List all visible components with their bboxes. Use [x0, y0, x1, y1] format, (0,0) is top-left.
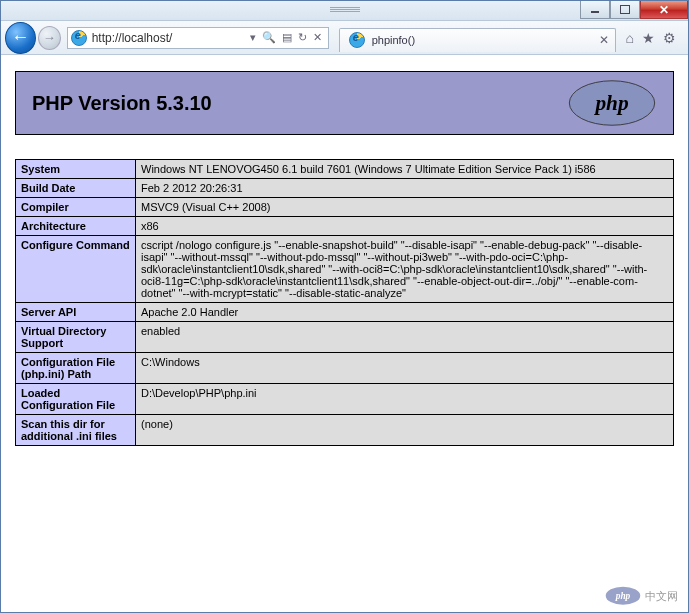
browser-toolbar: ▾ 🔍 ▤ ↻ ✕ phpinfo() ✕ ⌂ ★ ⚙: [1, 21, 688, 55]
table-row: Server APIApache 2.0 Handler: [16, 303, 674, 322]
row-value: D:\Develop\PHP\php.ini: [136, 384, 674, 415]
table-row: Scan this dir for additional .ini files(…: [16, 415, 674, 446]
table-row: Build DateFeb 2 2012 20:26:31: [16, 179, 674, 198]
row-value: cscript /nologo configure.js "--enable-s…: [136, 236, 674, 303]
watermark: php 中文网: [605, 586, 678, 606]
page-content[interactable]: PHP Version 5.3.10 php SystemWindows NT …: [1, 55, 688, 612]
table-row: Configuration File (php.ini) PathC:\Wind…: [16, 353, 674, 384]
row-value: Feb 2 2012 20:26:31: [136, 179, 674, 198]
browser-tab[interactable]: phpinfo() ✕: [339, 28, 616, 52]
row-label: Configure Command: [16, 236, 136, 303]
back-button[interactable]: [5, 22, 36, 54]
row-value: Windows NT LENOVOG450 6.1 build 7601 (Wi…: [136, 160, 674, 179]
row-label: Server API: [16, 303, 136, 322]
tab-title: phpinfo(): [372, 34, 595, 46]
row-label: Configuration File (php.ini) Path: [16, 353, 136, 384]
row-label: Virtual Directory Support: [16, 322, 136, 353]
window-titlebar[interactable]: [1, 1, 688, 21]
svg-text:php: php: [593, 91, 629, 115]
row-value: (none): [136, 415, 674, 446]
address-actions: ▾ 🔍 ▤ ↻ ✕: [244, 31, 328, 44]
forward-button[interactable]: [38, 26, 61, 50]
address-bar[interactable]: ▾ 🔍 ▤ ↻ ✕: [67, 27, 329, 49]
row-value: MSVC9 (Visual C++ 2008): [136, 198, 674, 217]
watermark-text: 中文网: [645, 589, 678, 604]
row-value: C:\Windows: [136, 353, 674, 384]
toolbar-right: ⌂ ★ ⚙: [618, 30, 684, 46]
svg-text:php: php: [615, 591, 631, 601]
home-icon[interactable]: ⌂: [626, 30, 634, 46]
window-buttons: [580, 1, 688, 19]
table-row: SystemWindows NT LENOVOG450 6.1 build 76…: [16, 160, 674, 179]
page-title: PHP Version 5.3.10: [32, 92, 212, 115]
row-value: Apache 2.0 Handler: [136, 303, 674, 322]
tab-favicon: [349, 32, 365, 48]
minimize-button[interactable]: [580, 1, 610, 19]
row-label: System: [16, 160, 136, 179]
row-label: Compiler: [16, 198, 136, 217]
table-row: Loaded Configuration FileD:\Develop\PHP\…: [16, 384, 674, 415]
row-value: enabled: [136, 322, 674, 353]
tools-icon[interactable]: ⚙: [663, 30, 676, 46]
address-input[interactable]: [90, 31, 244, 45]
php-header: PHP Version 5.3.10 php: [15, 71, 674, 135]
row-label: Loaded Configuration File: [16, 384, 136, 415]
tab-strip: phpinfo() ✕: [339, 24, 616, 52]
row-label: Architecture: [16, 217, 136, 236]
table-row: Virtual Directory Supportenabled: [16, 322, 674, 353]
search-icon[interactable]: 🔍: [262, 31, 276, 44]
compat-icon[interactable]: ▤: [282, 31, 292, 44]
stop-icon[interactable]: ✕: [313, 31, 322, 44]
close-button[interactable]: [640, 1, 688, 19]
browser-window: ▾ 🔍 ▤ ↻ ✕ phpinfo() ✕ ⌂ ★ ⚙ PHP Version …: [0, 0, 689, 613]
row-value: x86: [136, 217, 674, 236]
ie-icon: [71, 30, 87, 46]
table-row: Configure Commandcscript /nologo configu…: [16, 236, 674, 303]
phpinfo-table: SystemWindows NT LENOVOG450 6.1 build 76…: [15, 159, 674, 446]
row-label: Build Date: [16, 179, 136, 198]
watermark-logo: php: [605, 586, 641, 606]
maximize-button[interactable]: [610, 1, 640, 19]
refresh-icon[interactable]: ↻: [298, 31, 307, 44]
row-label: Scan this dir for additional .ini files: [16, 415, 136, 446]
tab-close-icon[interactable]: ✕: [599, 33, 609, 47]
table-row: CompilerMSVC9 (Visual C++ 2008): [16, 198, 674, 217]
titlebar-grip: [330, 7, 360, 13]
php-logo: php: [567, 79, 657, 127]
dropdown-icon[interactable]: ▾: [250, 31, 256, 44]
table-row: Architecturex86: [16, 217, 674, 236]
favorites-icon[interactable]: ★: [642, 30, 655, 46]
